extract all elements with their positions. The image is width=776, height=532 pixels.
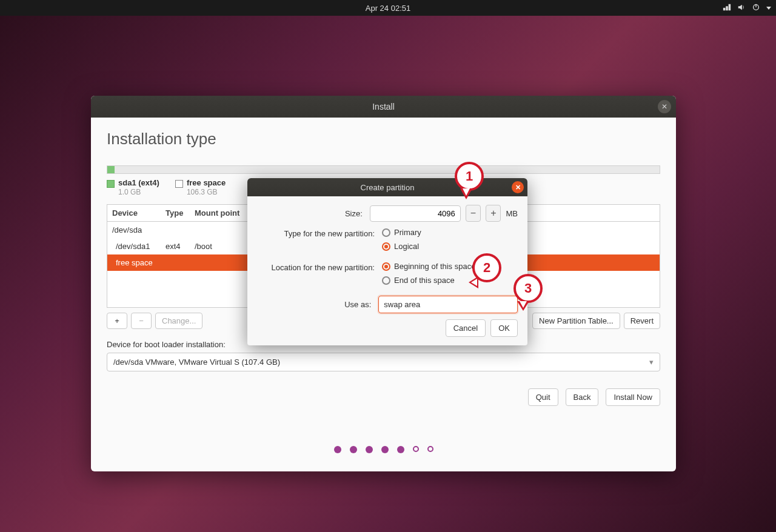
size-unit: MB: [506, 209, 518, 218]
volume-icon[interactable]: [737, 3, 746, 13]
new-partition-table-button[interactable]: New Partition Table...: [532, 313, 620, 329]
use-as-value: swap area: [384, 300, 420, 309]
legend-sda1-name: sda1 (ext4): [118, 178, 159, 187]
radio-location-beginning[interactable]: Beginning of this space: [382, 262, 475, 271]
cancel-button[interactable]: Cancel: [446, 319, 486, 337]
wizard-footer: Quit Back Install Now: [107, 388, 660, 406]
svg-rect-1: [726, 6, 728, 10]
close-icon[interactable]: ✕: [658, 100, 671, 113]
network-icon[interactable]: [723, 3, 731, 13]
legend-swatch-empty: [175, 180, 183, 188]
size-label: Size:: [255, 209, 365, 218]
svg-rect-2: [729, 4, 731, 10]
legend-free-size: 106.3 GB: [187, 188, 218, 196]
ok-button[interactable]: OK: [490, 319, 518, 337]
radio-logical-label: Logical: [394, 242, 419, 251]
back-button[interactable]: Back: [566, 388, 599, 406]
revert-button[interactable]: Revert: [624, 313, 660, 329]
system-tray[interactable]: [723, 3, 771, 13]
install-titlebar: Install ✕: [91, 96, 676, 118]
chevron-down-icon: ▾: [649, 357, 654, 367]
annotation-tail-2: [469, 276, 478, 288]
partition-location-label: Location for the new partition:: [255, 262, 377, 272]
pager-dot: [350, 446, 357, 453]
radio-logical[interactable]: Logical: [382, 242, 421, 251]
legend-item-free: free space 106.3 GB: [175, 179, 226, 197]
legend-free-name: free space: [187, 178, 226, 187]
pager-dot: [366, 446, 373, 453]
legend-swatch-green: [107, 180, 115, 188]
clock-text: Apr 24 02:51: [366, 4, 410, 13]
pager-dot: [397, 446, 404, 453]
radio-icon: [382, 228, 390, 237]
page-indicator: [91, 446, 676, 453]
dialog-title: Create partition: [361, 183, 415, 192]
change-partition-button[interactable]: Change...: [155, 313, 202, 329]
radio-icon: [382, 262, 390, 271]
radio-primary[interactable]: Primary: [382, 228, 421, 237]
disk-segment-sda1: [107, 166, 115, 173]
bootloader-device-dropdown[interactable]: /dev/sda VMware, VMware Virtual S (107.4…: [107, 353, 660, 371]
col-type-header: Type: [161, 205, 190, 221]
radio-beginning-label: Beginning of this space: [394, 262, 475, 271]
annotation-tail-1: [460, 188, 472, 199]
install-now-button[interactable]: Install Now: [606, 388, 660, 406]
disk-usage-bar: [107, 165, 660, 174]
radio-primary-label: Primary: [394, 228, 421, 237]
add-partition-button[interactable]: +: [107, 313, 127, 329]
bootloader-device-value: /dev/sda VMware, VMware Virtual S (107.4…: [113, 357, 280, 367]
legend-item-sda1: sda1 (ext4) 1.0 GB: [107, 179, 159, 197]
annotation-tail-3: [517, 301, 529, 311]
power-icon[interactable]: [752, 3, 760, 13]
top-menu-bar: Apr 24 02:51: [0, 0, 776, 16]
svg-rect-0: [723, 7, 726, 10]
use-as-dropdown[interactable]: swap area: [378, 296, 518, 313]
annotation-bubble-3: 3: [513, 274, 543, 303]
pager-dot: [427, 446, 433, 452]
install-window-title: Install: [372, 102, 395, 111]
radio-location-end[interactable]: End of this space: [382, 276, 475, 285]
legend-sda1-size: 1.0 GB: [118, 188, 141, 196]
radio-end-label: End of this space: [394, 276, 455, 285]
quit-button[interactable]: Quit: [528, 388, 558, 406]
size-increment-button[interactable]: +: [486, 205, 501, 222]
size-input[interactable]: [370, 205, 461, 222]
pager-dot: [381, 446, 389, 453]
col-device-header: Device: [107, 205, 161, 221]
pager-dot: [334, 446, 341, 453]
partition-type-label: Type for the new partition:: [255, 228, 377, 238]
close-icon[interactable]: ✕: [512, 181, 524, 193]
dialog-titlebar: Create partition ✕: [247, 178, 527, 196]
use-as-label: Use as:: [255, 300, 373, 309]
size-decrement-button[interactable]: −: [466, 205, 481, 222]
radio-icon: [382, 276, 390, 285]
radio-icon: [382, 242, 390, 251]
chevron-down-icon[interactable]: [766, 7, 771, 10]
page-title: Installation type: [107, 130, 660, 148]
pager-dot-current: [413, 446, 419, 452]
annotation-bubble-1: 1: [455, 162, 484, 191]
remove-partition-button[interactable]: −: [131, 313, 152, 329]
